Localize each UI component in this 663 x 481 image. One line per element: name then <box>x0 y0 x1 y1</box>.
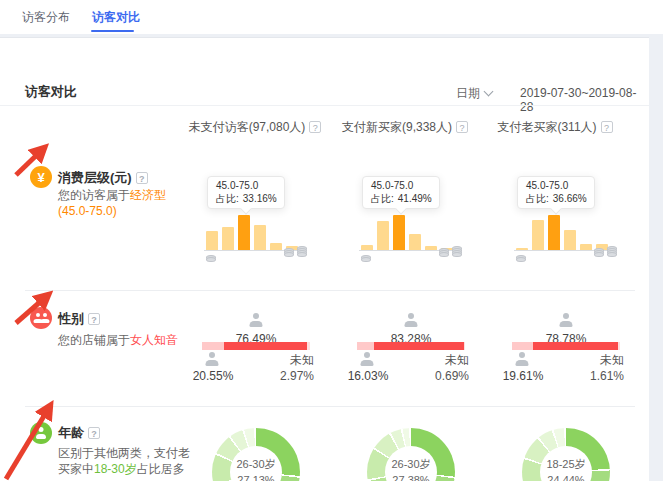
tooltip-range: 45.0-75.0 <box>216 180 284 193</box>
gender-section-desc: 您的店铺属于女人知音 <box>58 332 198 348</box>
coin-icon <box>206 255 216 262</box>
male-percent: 19.61% <box>500 369 546 383</box>
consumption-level-icon: ¥ <box>30 166 52 188</box>
female-icon <box>403 313 419 327</box>
gender-title-label: 性别 <box>58 311 84 326</box>
donut-center-label: 26-30岁 27.38% <box>367 428 455 481</box>
consumption-title-label: 消费层级(元) <box>58 170 132 185</box>
tooltip-share: 占比:41.49% <box>371 193 439 206</box>
desc-text: 您的店铺属于 <box>58 333 130 347</box>
yen-glyph: ¥ <box>37 171 44 184</box>
unknown-percent: 2.97% <box>266 368 314 384</box>
age-chart-repeat-buyers: 18-25岁 24.44% <box>500 406 655 481</box>
tab-bar: 访客分布 访客对比 <box>0 0 663 34</box>
consumption-section-desc: 您的访客属于经济型(45.0-75.0) <box>58 187 188 219</box>
coin-stack-icon <box>284 246 307 257</box>
consumption-chart-repeat-buyers: 45.0-75.0 占比:36.66% <box>500 138 655 290</box>
chevron-down-icon <box>484 87 494 97</box>
help-icon[interactable]: ? <box>136 172 148 184</box>
visitor-compare-panel: 访客对比 日期 2019-07-30~2019-08-28 未支付访客(97,0… <box>0 37 649 481</box>
help-icon[interactable]: ? <box>88 427 100 439</box>
date-range-value[interactable]: 2019-07-30~2019-08-28 <box>520 86 649 114</box>
panel-title: 访客对比 <box>25 83 77 101</box>
tooltip-share: 占比:33.16% <box>216 193 284 206</box>
coin-icon <box>361 255 371 262</box>
help-icon[interactable]: ? <box>309 121 321 133</box>
age-section-desc: 区别于其他两类，支付老买家中18-30岁占比居多 <box>58 445 194 477</box>
coin-stack-icon <box>439 246 462 257</box>
bar-tooltip: 45.0-75.0 占比:36.66% <box>517 176 595 209</box>
visitor-compare-page: 访客分布 访客对比 访客对比 日期 2019-07-30~2019-08-28 … <box>0 0 663 481</box>
donut-center-label: 18-25岁 24.44% <box>522 428 610 481</box>
tooltip-share: 占比:36.66% <box>526 193 594 206</box>
consumption-bar-chart[interactable] <box>516 215 608 250</box>
male-icon <box>514 352 530 366</box>
consumption-chart-unpaid: 45.0-75.0 占比:33.16% <box>190 138 345 290</box>
age-title-label: 年龄 <box>58 425 84 440</box>
date-dropdown-label: 日期 <box>456 86 480 100</box>
divider <box>0 105 649 106</box>
unknown-share: 未知 2.97% <box>266 352 314 384</box>
desc-text: 占比居多 <box>137 462 185 476</box>
gender-chart-new-buyers: 83.28% 16.03% 未知 0.69% <box>345 290 500 406</box>
male-percent: 16.03% <box>345 369 391 383</box>
desc-text: 您的访客属于 <box>58 188 130 202</box>
column-header-repeat-buyers: 支付老买家(311人)? <box>475 119 635 136</box>
bar-tooltip: 45.0-75.0 占比:33.16% <box>207 176 285 209</box>
age-chart-new-buyers: 26-30岁 27.38% <box>345 406 500 481</box>
active-tab-underline <box>91 30 134 32</box>
consumption-bar-chart[interactable] <box>206 215 298 250</box>
help-icon[interactable]: ? <box>456 121 468 133</box>
tooltip-range: 45.0-75.0 <box>526 180 594 193</box>
gender-bar[interactable] <box>202 342 310 350</box>
bar-tooltip: 45.0-75.0 占比:41.49% <box>362 176 440 209</box>
column-header-unpaid-visitors: 未支付访客(97,080人)? <box>175 119 335 136</box>
male-icon <box>204 352 220 366</box>
age-icon <box>30 422 52 444</box>
column-header-label: 支付老买家(311人) <box>497 120 596 134</box>
desc-highlight: 18-30岁 <box>94 462 137 476</box>
tooltip-range: 45.0-75.0 <box>371 180 439 193</box>
unknown-percent: 0.69% <box>421 368 469 384</box>
desc-highlight: 女人知音 <box>130 333 178 347</box>
female-icon <box>248 313 264 327</box>
consumption-chart-new-buyers: 45.0-75.0 占比:41.49% <box>345 138 500 290</box>
consumption-section-title: 消费层级(元)? <box>58 169 148 187</box>
unknown-label: 未知 <box>576 352 624 368</box>
coin-icon <box>516 255 526 262</box>
gender-chart-repeat-buyers: 78.78% 19.61% 未知 1.61% <box>500 290 655 406</box>
tab-visitor-distribution[interactable]: 访客分布 <box>22 9 70 26</box>
help-icon[interactable]: ? <box>601 121 613 133</box>
unknown-share: 未知 0.69% <box>421 352 469 384</box>
gender-bar[interactable] <box>357 342 465 350</box>
donut-center-label: 26-30岁 27.13% <box>212 428 300 481</box>
date-dropdown[interactable]: 日期 <box>456 85 492 102</box>
gender-icon <box>30 307 52 329</box>
male-icon <box>359 352 375 366</box>
female-icon <box>558 313 574 327</box>
gender-chart-unpaid: 76.49% 20.55% 未知 2.97% <box>190 290 345 406</box>
age-donut-chart[interactable]: 18-25岁 24.44% <box>522 428 610 481</box>
coin-stack-icon <box>594 246 617 257</box>
tab-visitor-compare[interactable]: 访客对比 <box>92 9 140 26</box>
column-header-new-buyers: 支付新买家(9,338人)? <box>325 119 485 136</box>
column-header-label: 支付新买家(9,338人) <box>342 120 452 134</box>
gender-bar[interactable] <box>512 342 620 350</box>
consumption-bar-chart[interactable] <box>361 215 453 250</box>
unknown-share: 未知 1.61% <box>576 352 624 384</box>
unknown-percent: 1.61% <box>576 368 624 384</box>
male-percent: 20.55% <box>190 369 236 383</box>
unknown-label: 未知 <box>421 352 469 368</box>
age-donut-chart[interactable]: 26-30岁 27.38% <box>367 428 455 481</box>
age-donut-chart[interactable]: 26-30岁 27.13% <box>212 428 300 481</box>
age-chart-unpaid: 26-30岁 27.13% <box>190 406 345 481</box>
unknown-label: 未知 <box>266 352 314 368</box>
age-section-title: 年龄? <box>58 424 100 442</box>
column-header-label: 未支付访客(97,080人) <box>189 120 306 134</box>
help-icon[interactable]: ? <box>88 313 100 325</box>
gender-section-title: 性别? <box>58 310 100 328</box>
